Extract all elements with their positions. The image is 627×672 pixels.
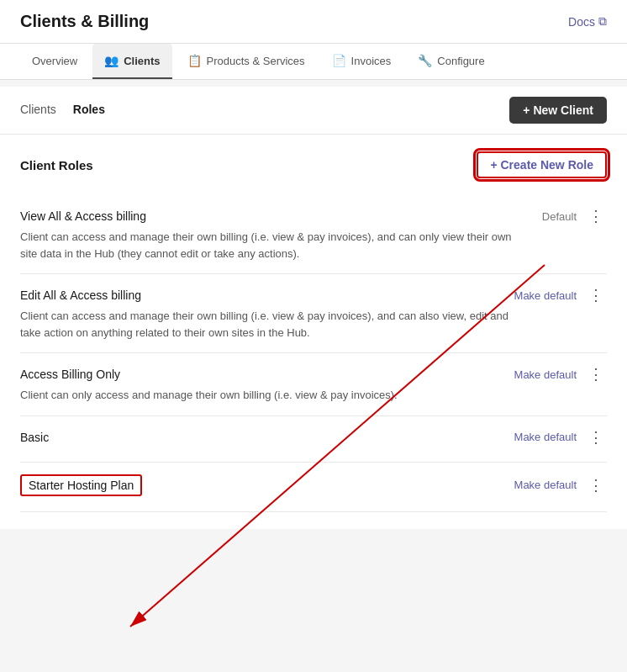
roles-section-title: Client Roles — [20, 158, 93, 172]
role-item-basic: Basic Make default ⋮ — [20, 416, 607, 463]
role-make-default-starter-hosting[interactable]: Make default — [514, 479, 577, 491]
role-menu-icon-starter-hosting[interactable]: ⋮ — [585, 476, 607, 495]
tab-products[interactable]: 📋 Products & Services — [176, 44, 317, 79]
external-link-icon: ⧉ — [598, 14, 607, 29]
sub-nav: Clients Roles + New Client — [0, 87, 627, 135]
configure-icon: 🔧 — [418, 54, 432, 67]
role-make-default-billing-only[interactable]: Make default — [514, 368, 577, 381]
role-actions-edit-all: Make default ⋮ — [514, 286, 607, 304]
role-name-view-all: View All & Access billing — [20, 209, 146, 223]
role-menu-icon-billing-only[interactable]: ⋮ — [585, 365, 607, 384]
role-item-starter-hosting: Starter Hosting Plan Make default ⋮ — [20, 463, 607, 512]
role-menu-icon-edit-all[interactable]: ⋮ — [585, 286, 607, 304]
sub-nav-roles[interactable]: Roles — [73, 103, 105, 118]
nav-tabs: Overview 👥 Clients 📋 Products & Services… — [0, 44, 627, 80]
tab-products-label: Products & Services — [207, 55, 305, 67]
role-make-default-edit-all[interactable]: Make default — [514, 289, 577, 302]
tab-clients[interactable]: 👥 Clients — [92, 44, 171, 79]
docs-link[interactable]: Docs ⧉ — [568, 14, 607, 29]
role-default-badge-view-all: Default — [542, 210, 577, 223]
tab-clients-label: Clients — [124, 55, 160, 67]
role-make-default-basic[interactable]: Make default — [514, 431, 577, 443]
role-name-billing-only: Access Billing Only — [20, 368, 120, 381]
role-actions-view-all: Default ⋮ — [542, 207, 607, 225]
main-content: Client Roles + Create New Role View All … — [0, 135, 627, 529]
role-item-edit-all: Edit All & Access billing Make default ⋮… — [20, 274, 607, 353]
role-item-billing-only: Access Billing Only Make default ⋮ Clien… — [20, 353, 607, 416]
role-name-edit-all: Edit All & Access billing — [20, 288, 141, 302]
new-client-button[interactable]: + New Client — [509, 97, 607, 124]
invoices-icon: 📄 — [332, 54, 346, 67]
page-title: Clients & Billing — [20, 12, 149, 31]
create-new-role-button[interactable]: + Create New Role — [477, 151, 607, 178]
role-name-starter-hosting: Starter Hosting Plan — [20, 474, 142, 496]
role-desc-edit-all: Client can access and manage their own b… — [20, 308, 524, 341]
role-desc-billing-only: Client can only access and manage their … — [20, 387, 524, 404]
roles-header: Client Roles + Create New Role — [20, 151, 607, 178]
tab-configure[interactable]: 🔧 Configure — [406, 44, 496, 79]
role-menu-icon-basic[interactable]: ⋮ — [585, 428, 607, 447]
role-item-view-all: View All & Access billing Default ⋮ Clie… — [20, 195, 607, 274]
products-icon: 📋 — [187, 54, 202, 67]
sub-nav-clients[interactable]: Clients — [20, 103, 56, 118]
tab-configure-label: Configure — [437, 55, 484, 67]
role-name-basic: Basic — [20, 431, 49, 444]
role-desc-view-all: Client can access and manage their own b… — [20, 229, 524, 262]
role-actions-billing-only: Make default ⋮ — [514, 365, 607, 384]
role-actions-basic: Make default ⋮ — [514, 428, 607, 447]
docs-label: Docs — [568, 15, 595, 29]
role-actions-starter-hosting: Make default ⋮ — [514, 476, 607, 495]
tab-overview-label: Overview — [32, 55, 77, 67]
tab-overview[interactable]: Overview — [20, 45, 89, 79]
clients-icon: 👥 — [104, 54, 119, 67]
tab-invoices-label: Invoices — [351, 55, 392, 67]
tab-invoices[interactable]: 📄 Invoices — [320, 44, 403, 79]
role-menu-icon-view-all[interactable]: ⋮ — [585, 207, 607, 225]
